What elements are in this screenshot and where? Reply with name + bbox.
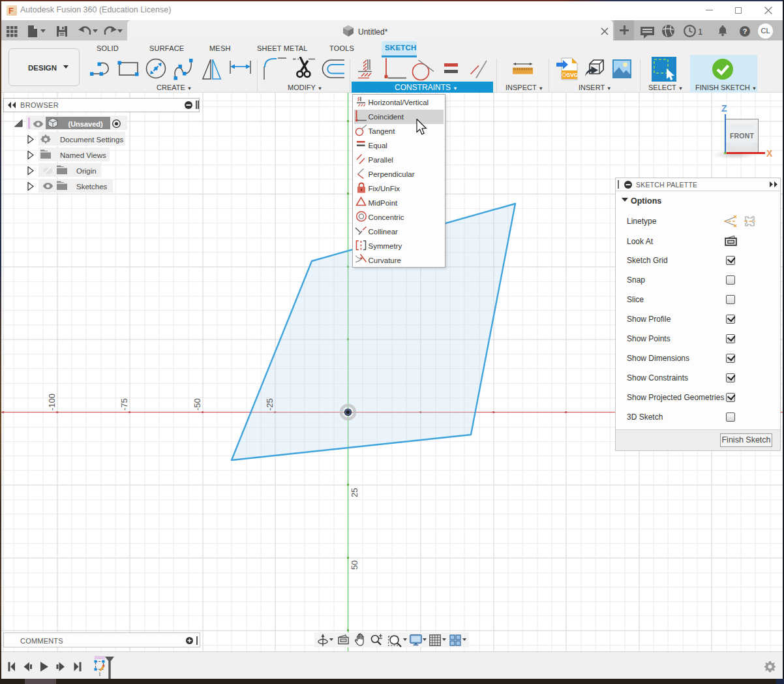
- svg-text:?: ?: [742, 27, 747, 35]
- svg-text:SVG: SVG: [567, 72, 578, 78]
